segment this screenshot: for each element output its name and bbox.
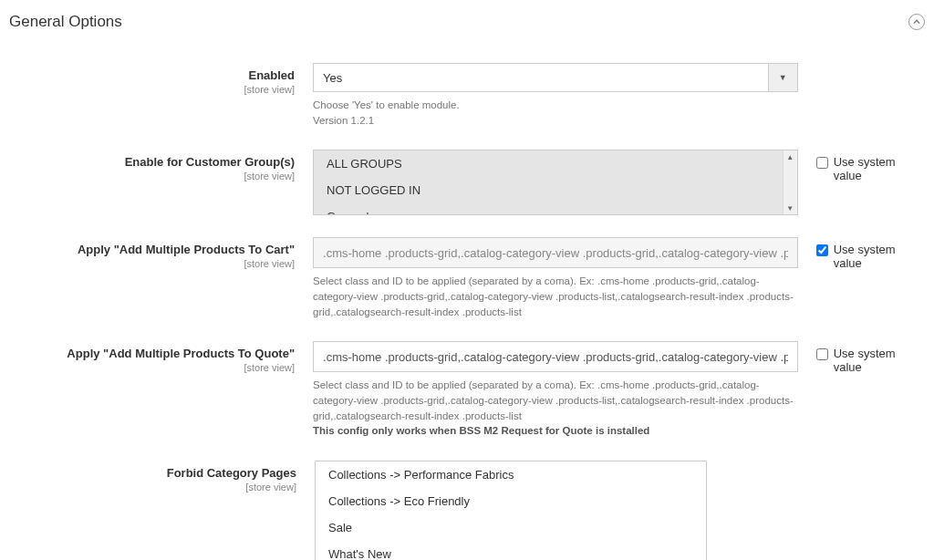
scope-label: [store view] xyxy=(9,258,295,269)
dropdown-caret-icon: ▼ xyxy=(768,64,797,91)
section-title: General Options xyxy=(9,13,122,31)
use-system-label: Use system value xyxy=(834,347,925,374)
customer-groups-label: Enable for Customer Group(s) xyxy=(9,155,295,171)
customer-groups-use-system-checkbox[interactable] xyxy=(816,157,828,169)
scrollbar[interactable]: ▲ ▼ xyxy=(783,150,797,214)
apply-cart-use-system-checkbox[interactable] xyxy=(816,244,828,256)
scope-label: [store view] xyxy=(9,362,295,373)
customer-groups-multiselect[interactable]: ALL GROUPSNOT LOGGED INGeneral ▲ ▼ xyxy=(313,150,798,215)
scope-label: [store view] xyxy=(9,482,296,493)
category-option[interactable]: Sale xyxy=(316,514,706,541)
customer-group-option[interactable]: NOT LOGGED IN xyxy=(314,177,797,203)
apply-quote-label: Apply "Add Multiple Products To Quote" xyxy=(9,347,295,362)
enabled-select[interactable]: Yes ▼ xyxy=(313,63,798,92)
scope-label: [store view] xyxy=(9,84,295,95)
scroll-up-icon: ▲ xyxy=(784,150,797,163)
enabled-select-value: Yes xyxy=(314,71,768,85)
forbid-category-label: Forbid Category Pages xyxy=(9,466,296,482)
enabled-note: Choose 'Yes' to enable module. Version 1… xyxy=(313,98,798,128)
apply-quote-input[interactable] xyxy=(313,341,798,372)
forbid-category-multiselect[interactable]: Collections -> Performance FabricsCollec… xyxy=(315,461,707,560)
category-option[interactable]: What's New xyxy=(316,541,706,560)
scope-label: [store view] xyxy=(9,171,295,181)
apply-cart-input xyxy=(313,237,798,268)
scroll-down-icon: ▼ xyxy=(784,202,797,214)
enabled-label: Enabled xyxy=(9,68,295,84)
use-system-label: Use system value xyxy=(834,155,925,182)
use-system-label: Use system value xyxy=(834,243,925,270)
category-option[interactable]: Collections -> Performance Fabrics xyxy=(316,461,706,488)
collapse-toggle[interactable] xyxy=(908,14,925,30)
apply-quote-note: Select class and ID to be applied (separ… xyxy=(313,378,798,439)
customer-group-option[interactable]: General xyxy=(314,203,797,215)
apply-cart-note: Select class and ID to be applied (separ… xyxy=(313,274,798,319)
chevron-up-icon xyxy=(913,18,920,26)
customer-group-option[interactable]: ALL GROUPS xyxy=(314,150,797,177)
category-option[interactable]: Collections -> Eco Friendly xyxy=(316,488,706,514)
apply-quote-use-system-checkbox[interactable] xyxy=(816,348,828,360)
scroll-track xyxy=(784,163,797,202)
apply-cart-label: Apply "Add Multiple Products To Cart" xyxy=(9,243,295,258)
